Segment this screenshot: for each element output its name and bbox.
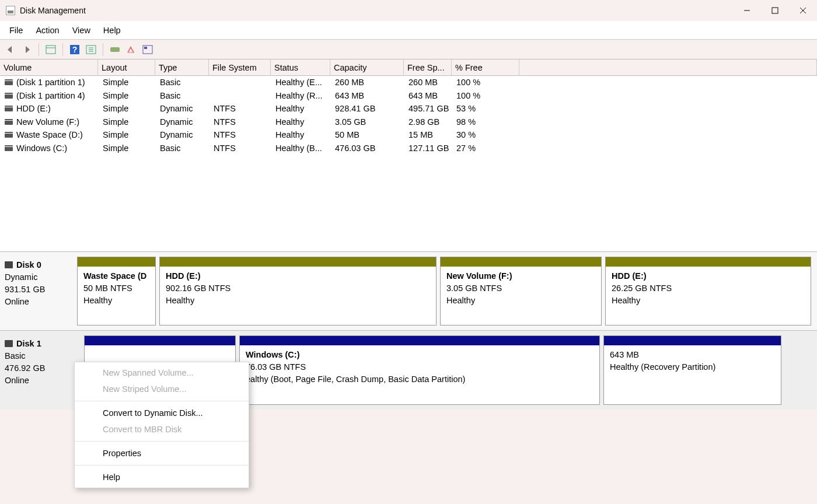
volume-capacity: 476.03 GB	[333, 144, 406, 153]
help-button[interactable]: ?	[68, 43, 82, 57]
show-hide-console-button[interactable]	[44, 43, 58, 57]
volume-row[interactable]: HDD (E:)SimpleDynamicNTFSHealthy928.41 G…	[0, 102, 817, 116]
volume-free: 495.71 GB	[406, 104, 454, 113]
menu-view[interactable]: View	[67, 23, 96, 37]
ctx-convert-dynamic[interactable]: Convert to Dynamic Disk...	[75, 405, 249, 421]
volume-pct: 30 %	[454, 130, 522, 139]
partition-size: 26.25 GB NTFS	[612, 282, 805, 295]
volume-free: 15 MB	[406, 130, 454, 139]
menu-help[interactable]: Help	[97, 23, 127, 37]
col-status[interactable]: Status	[271, 60, 330, 75]
volume-type: Basic	[158, 144, 211, 153]
volume-type: Dynamic	[158, 104, 211, 113]
volume-row[interactable]: (Disk 1 partition 4)SimpleBasicHealthy (…	[0, 89, 817, 103]
volume-layout: Simple	[100, 130, 158, 139]
disk1-size: 476.92 GB	[5, 362, 81, 374]
col-type[interactable]: Type	[155, 60, 209, 75]
back-button[interactable]	[4, 43, 18, 57]
ctx-new-striped: New Striped Volume...	[75, 381, 249, 397]
volume-list-header: Volume Layout Type File System Status Ca…	[0, 60, 817, 76]
ctx-sep	[75, 465, 249, 466]
partition-status: ealthy (Boot, Page File, Crash Dump, Bas…	[246, 373, 593, 386]
volume-row[interactable]: (Disk 1 partition 1)SimpleBasicHealthy (…	[0, 76, 817, 89]
volume-name: Waste Space (D:)	[16, 130, 83, 139]
col-volume[interactable]: Volume	[0, 60, 98, 75]
volume-list-body: (Disk 1 partition 1)SimpleBasicHealthy (…	[0, 76, 817, 155]
volume-layout: Simple	[100, 78, 158, 87]
partition-bar	[441, 257, 601, 267]
volume-free: 127.11 GB	[406, 144, 454, 153]
disk0-status: Online	[5, 296, 74, 308]
volume-name: New Volume (F:)	[16, 117, 79, 127]
volume-icon	[5, 145, 13, 151]
partition-size: 643 MB	[610, 349, 775, 361]
volume-name: HDD (E:)	[16, 104, 51, 113]
volume-type: Dynamic	[158, 130, 211, 139]
volume-pct: 98 %	[454, 117, 522, 127]
partition-name: New Volume (F:)	[446, 270, 595, 282]
volume-type: Basic	[158, 78, 211, 87]
volume-list[interactable]: Volume Layout Type File System Status Ca…	[0, 60, 817, 252]
partition-name: HDD (E:)	[166, 270, 430, 282]
toolbar-sep	[39, 43, 39, 56]
col-capacity[interactable]: Capacity	[330, 60, 404, 75]
volume-icon	[5, 79, 13, 85]
ctx-new-spanned: New Spanned Volume...	[75, 365, 249, 381]
forward-button[interactable]	[20, 43, 34, 57]
action-list-button[interactable]	[84, 43, 98, 57]
volume-row[interactable]: New Volume (F:)SimpleDynamicNTFSHealthy3…	[0, 116, 817, 129]
ctx-properties[interactable]: Properties	[75, 445, 249, 461]
volume-icon	[5, 93, 13, 99]
partition-box[interactable]: Windows (C:)76.03 GB NTFSealthy (Boot, P…	[239, 335, 600, 405]
partition-bar	[85, 336, 235, 345]
disk0-info[interactable]: Disk 0 Dynamic 931.51 GB Online	[5, 257, 74, 326]
volume-layout: Simple	[100, 117, 158, 127]
disk-row-0[interactable]: Disk 0 Dynamic 931.51 GB Online Waste Sp…	[0, 252, 817, 331]
disk1-info[interactable]: Disk 1 Basic 476.92 GB Online	[5, 335, 81, 405]
partition-status: Healthy (Recovery Partition)	[610, 361, 775, 373]
menu-bar: File Action View Help	[0, 21, 817, 40]
maximize-button[interactable]	[761, 0, 789, 21]
partition-box[interactable]: New Volume (F:)3.05 GB NTFSHealthy	[440, 257, 602, 326]
partition-box[interactable]: Waste Space (D50 MB NTFSHealthy	[77, 257, 156, 326]
partition-size: 902.16 GB NTFS	[166, 282, 430, 295]
col-pct-free[interactable]: % Free	[452, 60, 519, 75]
partition-status: Healthy	[83, 295, 149, 307]
volume-icon	[5, 132, 13, 138]
close-button[interactable]	[789, 0, 817, 21]
partition-status: Healthy	[166, 295, 430, 307]
volume-row[interactable]: Waste Space (D:)SimpleDynamicNTFSHealthy…	[0, 128, 817, 142]
volume-layout: Simple	[100, 104, 158, 113]
disk0-type: Dynamic	[5, 271, 74, 284]
menu-file[interactable]: File	[4, 23, 29, 37]
volume-capacity: 260 MB	[333, 78, 406, 87]
disk-icon	[5, 340, 13, 347]
graphical-view-button[interactable]	[124, 43, 138, 57]
svg-rect-4	[46, 46, 55, 54]
partition-box[interactable]: 643 MBHealthy (Recovery Partition)	[603, 335, 781, 405]
toolbar-sep	[103, 43, 103, 56]
disk0-size: 931.51 GB	[5, 284, 74, 296]
partition-bar	[78, 257, 155, 267]
partition-size: 3.05 GB NTFS	[446, 282, 595, 295]
volume-pct: 53 %	[454, 104, 522, 113]
settings-button[interactable]	[141, 43, 155, 57]
ctx-help[interactable]: Help	[75, 469, 249, 485]
volume-capacity: 643 MB	[333, 91, 406, 100]
volume-row[interactable]: Windows (C:)SimpleBasicNTFSHealthy (B...…	[0, 142, 817, 155]
volume-fs: NTFS	[211, 130, 273, 139]
volume-name: (Disk 1 partition 4)	[16, 91, 85, 100]
col-free[interactable]: Free Sp...	[404, 60, 452, 75]
volume-status: Healthy (E...	[273, 78, 333, 87]
col-filesystem[interactable]: File System	[209, 60, 271, 75]
col-layout[interactable]: Layout	[98, 60, 155, 75]
partition-name: Windows (C:)	[246, 349, 593, 361]
disk-list-view-button[interactable]	[108, 43, 122, 57]
context-menu: New Spanned Volume... New Striped Volume…	[74, 362, 249, 488]
partition-box[interactable]: HDD (E:)26.25 GB NTFSHealthy	[605, 257, 811, 326]
toolbar: ?	[0, 40, 817, 60]
menu-action[interactable]: Action	[30, 23, 65, 37]
ctx-convert-mbr: Convert to MBR Disk	[75, 421, 249, 438]
partition-box[interactable]: HDD (E:)902.16 GB NTFSHealthy	[159, 257, 437, 326]
minimize-button[interactable]	[733, 0, 761, 21]
